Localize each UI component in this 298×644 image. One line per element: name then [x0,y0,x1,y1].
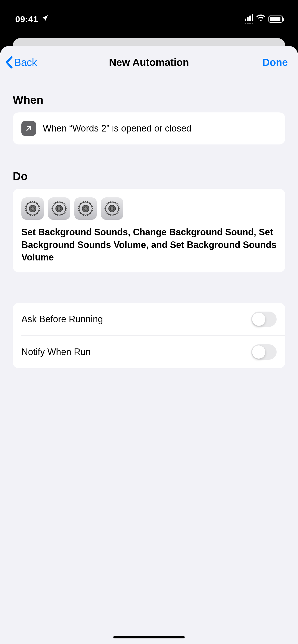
svg-line-99 [105,205,106,205]
svg-line-61 [90,213,91,214]
done-button[interactable]: Done [262,57,288,68]
when-card[interactable]: When “Words 2” is opened or closed [13,112,285,144]
settings-icon [48,197,70,220]
svg-line-26 [38,205,39,205]
home-indicator [113,636,185,638]
svg-line-46 [54,203,55,204]
battery-icon [268,16,283,23]
svg-line-80 [91,205,92,205]
settings-icon [101,197,123,220]
svg-line-24 [36,202,36,203]
settings-icon [21,197,44,220]
svg-line-63 [87,215,88,216]
options-list: Ask Before Running Notify When Run [13,303,285,368]
svg-line-60 [91,212,92,212]
svg-line-19 [27,203,28,204]
do-text: Set Background Sounds, Change Background… [21,226,277,264]
svg-line-9 [34,215,35,216]
status-right [245,13,283,25]
svg-line-0 [27,127,31,130]
notify-when-run-label: Notify When Run [21,347,91,357]
svg-line-90 [114,215,114,216]
svg-line-41 [52,212,53,212]
svg-line-11 [31,215,31,216]
svg-line-77 [87,201,88,202]
svg-line-66 [82,214,82,215]
nav-bar: Back New Automation Done [0,46,298,79]
svg-line-38 [57,215,57,216]
back-label: Back [14,57,37,68]
svg-line-71 [78,207,79,207]
svg-line-52 [64,203,64,204]
svg-line-17 [25,207,26,207]
svg-line-87 [118,212,119,212]
svg-line-101 [108,202,109,203]
svg-line-35 [62,214,63,215]
svg-line-104 [114,201,114,202]
svg-line-89 [115,214,116,215]
svg-line-27 [39,207,40,207]
svg-line-106 [117,203,117,204]
when-text: When “Words 2” is opened or closed [43,123,192,134]
svg-line-32 [65,210,66,211]
svg-line-5 [39,210,40,211]
svg-line-44 [52,207,53,207]
status-left: 09:41 [15,14,49,24]
svg-line-47 [55,202,56,203]
svg-line-18 [26,205,27,205]
when-section-header: When [13,94,285,106]
svg-line-94 [107,213,107,214]
svg-line-21 [31,201,31,202]
svg-line-95 [105,212,106,212]
do-card[interactable]: Set Background Sounds, Change Background… [13,189,285,272]
svg-line-107 [118,205,119,205]
svg-line-40 [54,213,55,214]
content: When When “Words 2” is opened or closed … [0,94,298,368]
svg-line-67 [80,213,81,214]
ask-before-running-row[interactable]: Ask Before Running [13,303,285,335]
page-title: New Automation [109,57,189,68]
svg-line-102 [110,201,110,202]
svg-line-7 [37,213,38,214]
svg-line-53 [65,205,66,205]
svg-line-36 [61,215,61,216]
svg-line-13 [27,213,28,214]
cellular-icon [245,14,253,24]
svg-line-78 [89,202,89,203]
svg-point-3 [31,207,34,210]
svg-line-72 [79,205,80,205]
svg-line-74 [82,202,82,203]
svg-line-108 [118,207,119,207]
back-button[interactable]: Back [5,56,37,69]
notify-when-run-switch[interactable] [251,344,277,360]
ask-before-running-label: Ask Before Running [21,314,103,325]
svg-point-84 [110,207,114,210]
svg-line-54 [65,207,66,207]
svg-line-15 [25,210,26,211]
ask-before-running-switch[interactable] [251,312,277,327]
do-icons-row [21,197,277,220]
svg-line-96 [105,210,106,211]
modal-sheet: Back New Automation Done When When “Word… [0,46,298,644]
svg-line-34 [64,213,64,214]
svg-line-79 [90,203,91,204]
svg-line-20 [29,202,29,203]
svg-line-93 [108,214,109,215]
notify-when-run-row[interactable]: Notify When Run [21,335,285,368]
do-section-header: Do [13,170,285,183]
svg-line-69 [78,210,79,211]
svg-line-59 [92,210,93,211]
svg-line-50 [61,201,61,202]
svg-line-98 [105,207,106,207]
svg-line-12 [29,214,29,215]
svg-point-30 [57,207,61,210]
status-bar: 09:41 [0,0,298,38]
open-app-icon [21,121,36,136]
svg-line-92 [110,215,110,216]
svg-line-62 [89,214,89,215]
status-time: 09:41 [15,14,38,24]
location-icon [41,14,49,24]
svg-line-25 [37,203,38,204]
svg-line-23 [34,201,35,202]
svg-line-48 [57,201,57,202]
